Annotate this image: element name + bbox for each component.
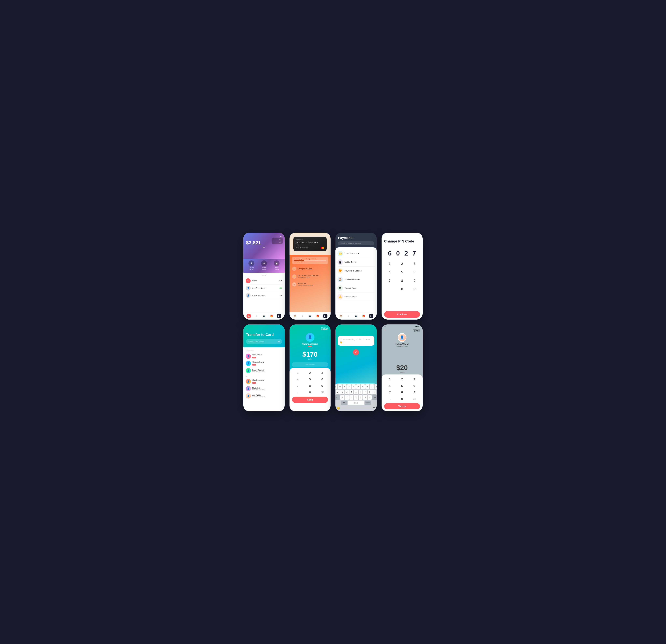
- key-o[interactable]: o: [370, 384, 374, 389]
- h-key-8[interactable]: 8: [396, 389, 408, 395]
- pin-key-5[interactable]: 5: [397, 269, 408, 276]
- pin-key-4[interactable]: 4: [384, 269, 395, 276]
- add-nav-2[interactable]: +: [300, 314, 305, 318]
- pin-key-7[interactable]: 7: [384, 277, 395, 284]
- t-key-8[interactable]: 8: [304, 383, 316, 389]
- key-c[interactable]: c: [349, 395, 353, 400]
- t-key-0[interactable]: 0: [304, 389, 316, 395]
- profile-nav[interactable]: ▶: [277, 314, 281, 318]
- gift-nav[interactable]: 🎁: [269, 314, 274, 318]
- h-key-4[interactable]: 4: [384, 383, 396, 389]
- shift-key[interactable]: ⇧: [335, 395, 340, 400]
- t-key-3[interactable]: 3: [316, 370, 328, 376]
- back-arrow-icon[interactable]: ←: [384, 235, 420, 238]
- my-card-topup-btn[interactable]: ⬇ My CardTop Up: [248, 260, 254, 270]
- key-w[interactable]: w: [338, 384, 342, 389]
- t-key-dot[interactable]: .: [292, 389, 304, 395]
- continue-button[interactable]: Continue: [384, 311, 420, 318]
- key-n[interactable]: n: [363, 395, 367, 400]
- h-delete-key[interactable]: ⌫: [408, 396, 420, 402]
- gift-nav-2[interactable]: 🎁: [315, 314, 320, 318]
- change-pin-item[interactable]: 🔒 Change PIN Code: [292, 266, 328, 272]
- key-l[interactable]: l: [372, 390, 376, 394]
- camera-nav-3[interactable]: 📷: [354, 314, 358, 318]
- key-p[interactable]: p: [374, 384, 376, 389]
- t-key-2[interactable]: 2: [304, 370, 316, 376]
- profile-nav-3[interactable]: ▶: [369, 314, 373, 318]
- emoji-icon[interactable]: 😊: [337, 406, 340, 410]
- key-y[interactable]: y: [356, 384, 360, 389]
- t-key-9[interactable]: 9: [316, 383, 328, 389]
- pin-key-2[interactable]: 2: [397, 260, 408, 267]
- camera-nav-2[interactable]: 📷: [308, 314, 312, 318]
- key-b[interactable]: b: [358, 395, 363, 400]
- h-key-6[interactable]: 6: [408, 383, 420, 389]
- topup-button[interactable]: Top Up: [384, 403, 420, 410]
- payment-mobile[interactable]: 📱 Mobile Top Up: [337, 258, 375, 266]
- key-t[interactable]: t: [352, 384, 356, 389]
- key-f[interactable]: f: [349, 390, 353, 394]
- t-key-6[interactable]: 6: [316, 377, 328, 382]
- h-key-7[interactable]: 7: [384, 389, 396, 395]
- pin-key-0[interactable]: 0: [397, 286, 408, 293]
- return-key[interactable]: Return: [365, 401, 371, 405]
- key-h[interactable]: h: [358, 390, 363, 394]
- gift-nav-3[interactable]: 🎁: [361, 314, 366, 318]
- contact-sarah[interactable]: 👤 Sarah Stewart 5375 4141 0001 6400: [246, 367, 282, 374]
- pin-key-9[interactable]: 9: [409, 277, 420, 284]
- payment-taxes[interactable]: 🏛 Taxes & Fees: [337, 284, 375, 293]
- h-key-dot[interactable]: .: [384, 396, 396, 402]
- payment-ukraine[interactable]: 🧡 Payment in Ukraine: [337, 266, 375, 275]
- h-key-5[interactable]: 5: [396, 383, 408, 389]
- pin-key-8[interactable]: 8: [397, 277, 408, 284]
- t-key-4[interactable]: 4: [292, 377, 304, 382]
- payments-search[interactable]: Search by history & contacts: [338, 241, 374, 245]
- contact-alan[interactable]: 👤 Alan Simmons mono: [246, 378, 282, 385]
- add-nav[interactable]: +: [254, 314, 259, 318]
- add-nav-3[interactable]: +: [346, 314, 351, 318]
- transfer-search-bar[interactable]: Name or card number ⊞: [246, 339, 282, 344]
- key-r[interactable]: r: [347, 384, 351, 389]
- key-j[interactable]: j: [363, 390, 367, 394]
- key-z[interactable]: z: [340, 395, 344, 400]
- home-nav[interactable]: 🏠: [246, 314, 251, 318]
- t-key-1[interactable]: 1: [292, 370, 304, 376]
- t-key-5[interactable]: 5: [304, 377, 316, 382]
- key-q[interactable]: q: [335, 384, 337, 389]
- profile-nav-2[interactable]: ▶: [323, 314, 328, 318]
- h-key-3[interactable]: 3: [408, 377, 420, 382]
- comment-placeholder[interactable]: Add comment: [292, 362, 328, 367]
- mobile-topup-btn[interactable]: ▣ MobileTop Up: [274, 260, 280, 270]
- h-key-0[interactable]: 0: [396, 396, 408, 402]
- message-box[interactable]: | Say something bold to Thomas 👋: [338, 336, 374, 346]
- transfer-back-icon[interactable]: ←: [246, 328, 282, 331]
- contact-marie[interactable]: 👤 Marie Hall 5375 4141 0001 6400: [246, 385, 282, 392]
- key-k[interactable]: k: [368, 390, 372, 394]
- backspace-key[interactable]: ⌫: [372, 395, 376, 400]
- key-i[interactable]: i: [365, 384, 369, 389]
- send-check-button[interactable]: ✓: [353, 349, 359, 355]
- helen-back-icon[interactable]: ←: [384, 329, 387, 331]
- transfer-to-card-btn[interactable]: ➤ Transferto Card: [261, 260, 267, 270]
- key-e[interactable]: e: [343, 384, 347, 389]
- setup-pin-item[interactable]: 🔑 Set Up PIN Code Request Don't ask up t…: [292, 274, 328, 280]
- key-m[interactable]: m: [368, 395, 372, 400]
- home-nav-2[interactable]: 🏠: [293, 314, 297, 318]
- camera-nav[interactable]: 📷: [262, 314, 266, 318]
- key-g[interactable]: g: [354, 390, 358, 394]
- contact-ann[interactable]: 👤 Ann Griffin 4149 5567 3328 0287: [246, 392, 282, 399]
- pin-delete-key[interactable]: ⌫: [409, 286, 420, 293]
- h-key-2[interactable]: 2: [396, 377, 408, 382]
- key-x[interactable]: x: [345, 395, 349, 400]
- numbers-key[interactable]: 123: [341, 401, 347, 405]
- payment-transfer[interactable]: 💳 Transfer to Card: [337, 249, 375, 258]
- key-a[interactable]: a: [336, 390, 340, 394]
- mic-icon[interactable]: 🎙: [373, 406, 375, 410]
- h-key-9[interactable]: 9: [408, 389, 420, 395]
- contact-thomas-fav[interactable]: 👤 Thomas Harris mono: [246, 360, 282, 367]
- key-s[interactable]: s: [340, 390, 344, 394]
- pin-key-3[interactable]: 3: [409, 260, 420, 267]
- pin-key-6[interactable]: 6: [409, 269, 420, 276]
- block-card-item[interactable]: ⊘ Block Card You can unblock it anytime: [292, 281, 328, 288]
- thomas-back-icon[interactable]: ←: [292, 327, 295, 330]
